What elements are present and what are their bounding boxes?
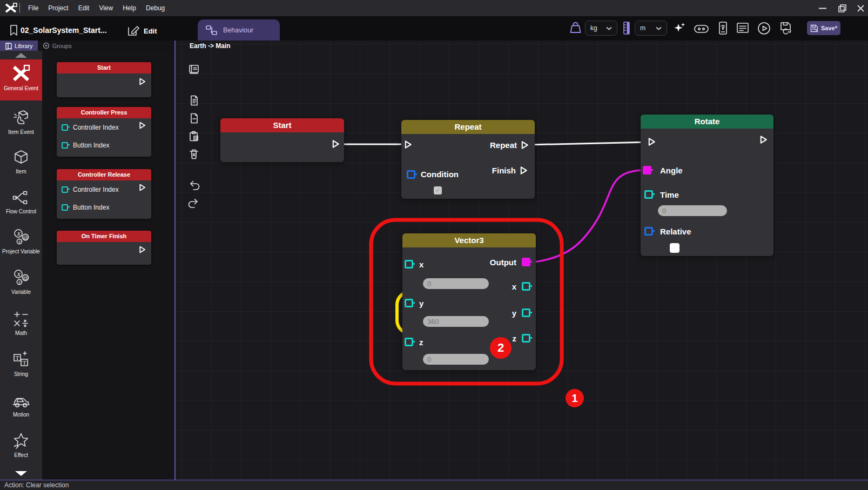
condition-port[interactable] [407,170,415,179]
template-node-controller-release[interactable]: Controller Release Controller Index Butt… [57,169,151,219]
node-vector3[interactable]: Vector3 x y z Output x y z [402,233,536,370]
sidebar-item-item-event[interactable]: Item Event [0,109,42,135]
template-node-controller-press[interactable]: Controller Press Controller Index Button… [57,107,151,157]
node-start[interactable]: Start [220,118,344,162]
node-rotate[interactable]: Rotate Angle Time Relative [641,115,773,256]
copy-tool[interactable] [187,94,200,107]
template-node-start[interactable]: Start [57,62,151,97]
y-output-port[interactable] [522,308,530,317]
save-floppy-icon [810,24,818,32]
restore-button[interactable] [833,0,851,16]
save-sync-icon[interactable] [779,21,794,35]
angle-port[interactable] [643,166,651,174]
sidebar-item-project-variable[interactable]: x@y Project Variable [0,228,42,254]
length-unit-select[interactable]: m [635,21,667,36]
data-port-icon[interactable] [62,142,68,149]
mass-unit-select[interactable]: kg [585,21,617,36]
menu-help[interactable]: Help [118,4,141,12]
annotation-badge-2: 2 [490,337,512,359]
sidebar-item-item[interactable]: Item [0,148,42,174]
y-value-field[interactable] [423,316,489,327]
length-unit-value: m [640,24,645,32]
y-input-port[interactable] [405,299,413,307]
flow-out-port[interactable] [138,77,146,86]
sidebar-scroll-up[interactable] [15,53,27,58]
menu-project[interactable]: Project [43,4,73,12]
menu-bar: File Project Edit View Help Debug [0,0,868,16]
sidebar-item-flow-control[interactable]: Flow Control [0,188,42,214]
condition-checkbox[interactable] [434,186,442,194]
close-button[interactable] [851,0,868,16]
node-repeat[interactable]: Repeat Repeat Finish Condition [401,120,535,199]
z-output-port[interactable] [522,334,530,343]
delete-tool[interactable] [187,147,200,160]
svg-text:@: @ [23,235,28,240]
relative-checkbox[interactable] [670,243,679,253]
flow-in-port[interactable] [647,137,656,146]
menu-view[interactable]: View [94,4,118,12]
flow-out-port-finish[interactable] [519,166,528,175]
tab-library[interactable]: Library [0,41,38,51]
sidebar-scroll-down[interactable] [15,471,27,476]
vector-output-port[interactable] [522,258,530,266]
flow-out-port[interactable] [138,121,146,130]
data-port-icon[interactable] [62,186,68,193]
paste-tool[interactable] [187,130,200,143]
sidebar-item-label: Item [0,169,42,174]
file-manager-icon[interactable] [736,22,750,35]
x-value-field[interactable] [423,278,489,289]
mass-unit-value: kg [590,24,597,32]
menu-edit[interactable]: Edit [73,4,95,12]
data-port-icon[interactable] [62,124,68,131]
sidebar-item-motion[interactable]: Motion [0,391,42,418]
panel-divider [174,41,176,480]
menu-file[interactable]: File [23,4,43,12]
input-label: Button Index [73,204,109,211]
x-output-port[interactable] [522,282,530,291]
flow-out-port[interactable] [138,245,146,254]
controller-icon[interactable] [694,22,709,36]
svg-text:T: T [23,360,26,366]
z-value-field[interactable] [423,354,489,365]
save-button[interactable]: Save* [807,21,840,35]
mobile-preview-icon[interactable] [717,21,729,36]
project-title: 02_SolarSystem_Start... [21,26,107,35]
tab-groups[interactable]: Groups [38,41,77,51]
cut-tool[interactable] [187,112,200,125]
sidebar-item-string[interactable]: TT String [0,351,42,377]
z-input-port[interactable] [405,338,413,346]
sidebar-item-label: Variable [0,289,42,295]
flow-in-port[interactable] [403,140,413,149]
flow-out-port[interactable] [331,139,340,149]
flow-out-port-repeat[interactable] [520,140,529,150]
data-port-icon[interactable] [62,204,68,211]
notebook-tool[interactable] [187,63,200,76]
output-label: Repeat [490,140,517,150]
flow-out-port[interactable] [759,135,768,144]
tab-behaviour[interactable]: Behaviour [198,19,280,41]
template-node-title: Controller Press [57,107,151,118]
template-node-on-timer-finish[interactable]: On Timer Finish [57,231,151,265]
sidebar-item-label: Project Variable [0,249,42,254]
flow-out-port[interactable] [138,183,146,192]
edit-icon[interactable] [126,24,140,37]
sidebar-item-general-event[interactable]: General Event [0,59,42,100]
bookmark-icon [8,24,19,37]
menu-divider [19,3,20,13]
sidebar-item-effect[interactable]: Effect [0,432,42,458]
play-icon[interactable] [757,22,771,35]
minimize-button[interactable] [813,0,832,16]
x-input-port[interactable] [405,260,413,269]
relative-port[interactable] [644,227,653,236]
menu-debug[interactable]: Debug [141,4,170,12]
library-book-icon [5,42,12,50]
variable-icon: x@y [0,269,42,288]
time-value-field[interactable] [658,205,727,216]
edit-button[interactable]: Edit [144,27,157,35]
redo-tool[interactable] [187,196,200,209]
effects-sparkle-icon[interactable] [673,22,686,34]
undo-tool[interactable] [187,178,200,191]
sidebar-item-math[interactable]: Math [0,310,42,336]
sidebar-item-variable[interactable]: x@y Variable [0,269,42,295]
time-port[interactable] [644,190,653,199]
